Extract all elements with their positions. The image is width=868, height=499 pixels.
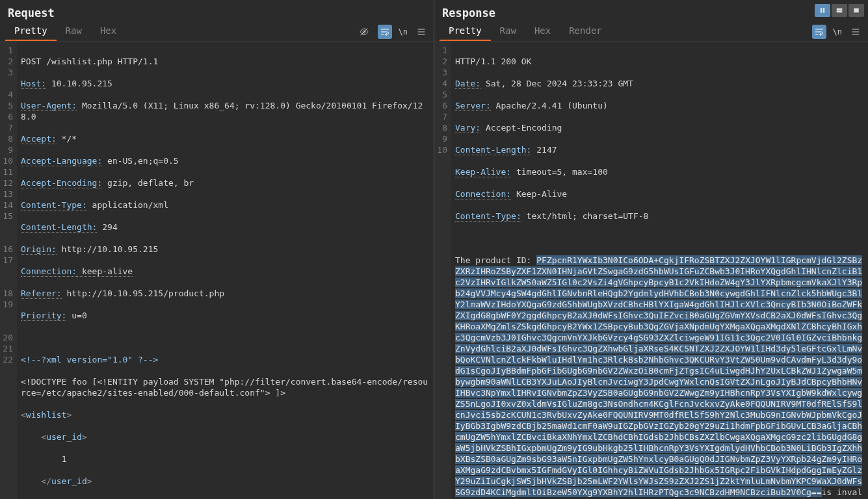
response-tab-raw[interactable]: Raw: [491, 23, 525, 41]
response-title: Response: [434, 0, 868, 22]
pause-intercept-icon[interactable]: [815, 4, 830, 17]
request-tab-raw[interactable]: Raw: [57, 23, 91, 41]
response-editor[interactable]: 1 2 3 4 5 6 7 8 9 10 HTTP/1.1 200 OK Dat…: [434, 42, 868, 499]
svg-rect-5: [821, 8, 822, 13]
svg-rect-9: [854, 8, 859, 12]
response-menu-icon[interactable]: [848, 25, 863, 39]
wrap-lines-icon[interactable]: [812, 25, 826, 39]
request-tab-pretty[interactable]: Pretty: [5, 23, 57, 41]
response-gutter: 1 2 3 4 5 6 7 8 9 10: [434, 42, 451, 499]
svg-rect-7: [837, 8, 842, 10]
request-menu-icon[interactable]: [414, 25, 428, 39]
request-pane: Request Pretty Raw Hex \n: [0, 0, 434, 499]
response-tab-render[interactable]: Render: [560, 23, 611, 41]
newline-indicator[interactable]: \n: [833, 27, 842, 36]
svg-rect-6: [823, 8, 824, 13]
visibility-off-icon[interactable]: [357, 25, 371, 39]
request-code[interactable]: POST /wishlist.php HTTP/1.1 Host: 10.10.…: [17, 42, 434, 499]
response-tab-hex[interactable]: Hex: [525, 23, 560, 41]
request-gutter: 1 2 3 4 5 6 7 8 9 10 11 12 13 14 15 16 1…: [0, 42, 17, 499]
newline-indicator[interactable]: \n: [399, 27, 408, 36]
request-tabs-row: Pretty Raw Hex \n: [0, 22, 434, 42]
request-tab-hex[interactable]: Hex: [91, 23, 125, 41]
layout-horizontal-icon[interactable]: [832, 4, 847, 17]
layout-single-icon[interactable]: [848, 4, 864, 17]
request-title: Request: [0, 0, 434, 22]
response-pane: Response Pretty Raw Hex Render \n 1: [434, 0, 868, 499]
response-top-controls: [815, 4, 864, 17]
svg-rect-8: [837, 11, 842, 13]
request-editor[interactable]: 1 2 3 4 5 6 7 8 9 10 11 12 13 14 15 16 1…: [0, 42, 434, 499]
response-tab-pretty[interactable]: Pretty: [440, 23, 491, 41]
response-code[interactable]: HTTP/1.1 200 OK Date: Sat, 28 Dec 2024 2…: [451, 42, 868, 499]
wrap-lines-icon[interactable]: [378, 25, 392, 39]
response-tabs-row: Pretty Raw Hex Render \n: [434, 22, 868, 42]
selected-base64[interactable]: PFZpcnR1YWxIb3N0ICo6ODA+CgkjIFRoZSBTZXJ2…: [455, 255, 862, 497]
